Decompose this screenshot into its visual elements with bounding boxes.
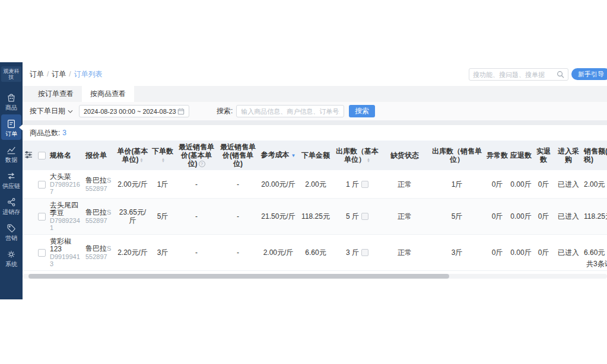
cell-order_qty: 1斤 — [150, 170, 176, 199]
row-checkbox[interactable] — [38, 249, 46, 257]
edit-icon[interactable] — [361, 213, 368, 220]
product-name: 去头尾四季豆 — [50, 202, 83, 217]
search-button[interactable]: 搜索 — [349, 105, 375, 117]
breadcrumb-item-orders-2[interactable]: 订单 — [52, 69, 66, 79]
date-type-select[interactable]: 按下单日期 — [30, 106, 73, 116]
total-count: 共3条记录 — [586, 259, 607, 269]
calendar-icon[interactable] — [177, 108, 185, 115]
sidebar-item-2[interactable]: 数据 — [1, 141, 21, 166]
global-search-input[interactable] — [473, 71, 557, 78]
product-table: 规格名报价单单价(基本单位)▲▼下单数▲▼最近销售单价(基本单位)?最近销售单价… — [23, 141, 607, 271]
select-all-checkbox[interactable] — [38, 152, 46, 159]
search-icon[interactable] — [557, 71, 564, 78]
filter-caret-icon[interactable]: ▼ — [291, 153, 296, 158]
cell-purchase: 已进入 — [554, 170, 583, 199]
cell-name: 去头尾四季豆D79892341 — [49, 199, 84, 235]
horizontal-scrollbar[interactable] — [28, 274, 449, 279]
sidebar-item-0[interactable]: 商品 — [1, 88, 21, 114]
sidebar-item-label: 供应链 — [2, 183, 20, 189]
sidebar-item-6[interactable]: 系统 — [1, 245, 21, 270]
section-divider — [23, 120, 607, 125]
breadcrumb-item-order-list[interactable]: 订单列表 — [74, 69, 103, 79]
gear-icon — [6, 249, 17, 260]
cell-quote: 鲁巴拉S552897 — [84, 235, 116, 271]
cell-order_qty: 5斤 — [150, 199, 176, 235]
page: { "brand": {"logo": "观麦科技"}, "colors": {… — [0, 0, 607, 364]
tag-icon — [6, 223, 17, 234]
quote-name: 鲁巴拉 — [85, 244, 107, 253]
sidebar-item-label: 数据 — [5, 157, 17, 163]
sidebar-item-3[interactable]: 供应链 — [1, 167, 21, 192]
product-code: D79892167 — [50, 181, 83, 195]
col-out_base[interactable]: 出库数（基本单位）▲▼ — [333, 141, 381, 170]
bag-icon — [6, 92, 17, 103]
cell-quote: 鲁巴拉S552897 — [84, 199, 116, 235]
sort-icon[interactable]: ▲▼ — [161, 158, 165, 162]
col-label: 缺货状态 — [390, 151, 419, 159]
supply-icon — [6, 171, 17, 181]
search-label: 搜索: — [217, 106, 233, 116]
cell-shortage: 正常 — [381, 170, 428, 199]
cell-actual_refund: 0斤 — [533, 170, 554, 199]
tab-product-view[interactable]: 按商品查看 — [82, 86, 134, 102]
sidebar-item-label: 订单 — [5, 131, 17, 137]
sort-icon[interactable]: ▲▼ — [367, 158, 370, 162]
row-checkbox-cell — [34, 235, 49, 271]
edit-icon[interactable] — [361, 249, 368, 256]
row-checkbox[interactable] — [38, 213, 46, 221]
global-search-box[interactable] — [469, 68, 568, 81]
col-abnormal: 异常数 — [485, 141, 509, 170]
sort-icon[interactable]: ▲▼ — [140, 158, 144, 162]
row-expand-cell — [23, 199, 34, 235]
col-order_amount: 下单金额 — [298, 141, 333, 170]
col-label: 出库数（基本单位） — [336, 147, 379, 164]
col-purchase: 进入采购 — [554, 141, 583, 170]
cell-order_amount: 6.60元 — [298, 235, 333, 271]
cell-order_amount: 118.25元 — [298, 199, 333, 235]
col-ref_cost[interactable]: 参考成本▼ — [259, 141, 298, 170]
edit-icon[interactable] — [361, 181, 368, 188]
col-recent_base[interactable]: 最近销售单价(基本单位)? — [176, 141, 217, 170]
product-code: D79892341 — [50, 217, 83, 231]
summary-bar: 商品总数: 3 — [23, 125, 607, 141]
cell-unit_price: 2.20元/斤 — [116, 235, 150, 271]
col-recent_sale: 最近销售单价(销售单位) — [217, 141, 259, 170]
cell-out_sale: 3斤 — [428, 235, 485, 271]
col-order_qty[interactable]: 下单数▲▼ — [150, 141, 176, 170]
col-label: 实退数 — [536, 147, 551, 164]
cell-recent_base: - — [176, 170, 217, 199]
column-settings-icon[interactable] — [23, 141, 34, 170]
row-checkbox[interactable] — [38, 181, 46, 189]
cell-unit_price: 23.65元/斤 — [116, 199, 150, 235]
summary-label: 商品总数: — [30, 128, 60, 138]
view-tabs: 按订单查看 按商品查看 — [23, 86, 607, 102]
col-label: 出库数（销售单位） — [432, 147, 482, 164]
quote-name: 鲁巴拉 — [85, 176, 107, 184]
help-icon[interactable]: ? — [199, 161, 205, 167]
sidebar-item-label: 营销 — [5, 235, 17, 241]
col-unit_price[interactable]: 单价(基本单位)▲▼ — [116, 141, 150, 170]
date-range-input[interactable] — [84, 108, 177, 115]
col-label: 销售额(含税) — [584, 147, 607, 164]
sidebar-item-label: 进销存 — [2, 209, 20, 215]
sidebar-item-1[interactable]: 订单 — [1, 114, 21, 140]
cell-due_refund: 0.00斤 — [509, 199, 533, 235]
header-checkbox-cell — [34, 141, 49, 170]
cell-shortage: 正常 — [381, 199, 428, 235]
cell-actual_refund: 0斤 — [533, 235, 554, 271]
product-search-input[interactable] — [241, 108, 339, 115]
product-search-box[interactable] — [236, 105, 344, 117]
guide-button[interactable]: 新手引导 — [571, 68, 607, 80]
col-label: 下单数 — [152, 147, 173, 155]
quote-name: 鲁巴拉 — [85, 208, 107, 216]
sidebar-item-4[interactable]: 进销存 — [1, 193, 21, 218]
chevron-down-icon — [68, 110, 73, 113]
cell-out_base: 1 斤 — [333, 170, 381, 199]
col-label: 最近销售单价(销售单位) — [220, 143, 256, 168]
tab-order-view[interactable]: 按订单查看 — [30, 86, 82, 102]
sidebar-item-5[interactable]: 营销 — [1, 219, 21, 244]
date-range-picker[interactable] — [79, 105, 189, 117]
col-actual_refund: 实退数 — [533, 141, 554, 170]
cell-order_amount: 2.00元 — [298, 170, 333, 199]
breadcrumb-item-orders[interactable]: 订单 — [30, 69, 44, 79]
